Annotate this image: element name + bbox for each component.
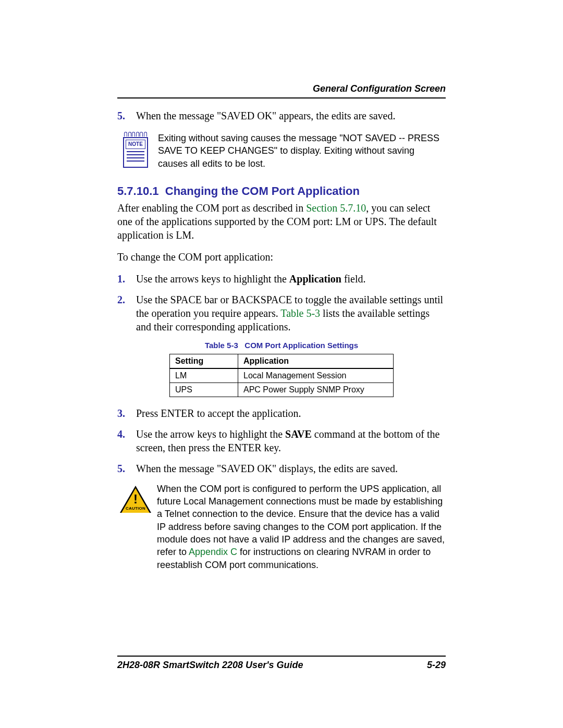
- intro-paragraph: After enabling the COM port as described…: [117, 201, 446, 242]
- cell-application: APC Power Supply SNMP Proxy: [238, 382, 394, 397]
- step-text: Use the SPACE bar or BACKSPACE to toggle…: [136, 293, 446, 334]
- command-name: SAVE: [285, 428, 312, 440]
- step-text: Use the arrows keys to highlight the App…: [136, 272, 446, 286]
- step-number: 5.: [117, 109, 136, 122]
- step-text: Press ENTER to accept the application.: [136, 406, 446, 420]
- page: General Configuration Screen 5. When the…: [0, 0, 563, 623]
- section-number: 5.7.10.1: [117, 184, 159, 198]
- caution-block: ! CAUTION When the COM port is configure…: [117, 483, 446, 571]
- text: After enabling the COM port as described…: [117, 202, 306, 214]
- step-text: Use the arrow keys to highlight the SAVE…: [136, 427, 446, 454]
- note-label: NOTE: [126, 140, 145, 149]
- table-label: Table 5-3: [205, 341, 238, 350]
- list-item: 5. When the message "SAVED OK" displays,…: [117, 462, 446, 475]
- col-header-application: Application: [238, 354, 394, 368]
- caution-text: When the COM port is configured to perfo…: [154, 483, 446, 571]
- header-rule: [117, 97, 446, 98]
- list-item: 2. Use the SPACE bar or BACKSPACE to tog…: [117, 293, 446, 334]
- section-title: Changing the COM Port Application: [165, 184, 360, 198]
- step-number: 4.: [117, 427, 136, 454]
- list-item: 5. When the message "SAVED OK" appears, …: [117, 109, 446, 122]
- xref-link[interactable]: Section 5.7.10: [306, 202, 366, 214]
- continued-list: 5. When the message "SAVED OK" appears, …: [117, 109, 446, 122]
- list-item: 3. Press ENTER to accept the application…: [117, 406, 446, 420]
- step-text: When the message "SAVED OK" appears, the…: [136, 109, 446, 122]
- step-number: 1.: [117, 272, 136, 286]
- cell-setting: LM: [170, 368, 238, 383]
- step-number: 2.: [117, 293, 136, 334]
- table-row: UPS APC Power Supply SNMP Proxy: [170, 382, 394, 397]
- xref-link[interactable]: Table 5-3: [280, 307, 320, 319]
- list-item: 1. Use the arrows keys to highlight the …: [117, 272, 446, 286]
- text: Use the arrows keys to highlight the: [136, 273, 289, 285]
- running-header: General Configuration Screen: [117, 83, 446, 94]
- page-number: 5-29: [427, 660, 446, 671]
- procedure-list-b: 3. Press ENTER to accept the application…: [117, 406, 446, 475]
- lead-paragraph: To change the COM port application:: [117, 250, 446, 264]
- step-text: When the message "SAVED OK" displays, th…: [136, 462, 446, 475]
- caution-icon: ! CAUTION: [117, 483, 154, 571]
- text: Use the arrow keys to highlight the: [136, 428, 285, 440]
- list-item: 4. Use the arrow keys to highlight the S…: [117, 427, 446, 454]
- section-heading: 5.7.10.1 Changing the COM Port Applicati…: [117, 184, 446, 198]
- footer-rule: [117, 656, 446, 657]
- note-block: NOTE Exiting without saving causes the m…: [117, 132, 446, 170]
- table-caption: Table 5-3 COM Port Application Settings: [117, 341, 446, 350]
- settings-table: Setting Application LM Local Management …: [169, 354, 394, 397]
- table-row: LM Local Management Session: [170, 368, 394, 383]
- table-header-row: Setting Application: [170, 354, 394, 368]
- xref-link[interactable]: Appendix C: [189, 547, 237, 557]
- page-footer: 2H28-08R SmartSwitch 2208 User's Guide 5…: [117, 651, 446, 671]
- exclamation-icon: !: [120, 491, 151, 508]
- note-text: Exiting without saving causes the messag…: [154, 132, 446, 170]
- cell-application: Local Management Session: [238, 368, 394, 383]
- note-icon: NOTE: [117, 132, 154, 170]
- table-title: COM Port Application Settings: [244, 341, 358, 350]
- step-number: 5.: [117, 462, 136, 475]
- cell-setting: UPS: [170, 382, 238, 397]
- text: field.: [341, 273, 366, 285]
- step-number: 3.: [117, 406, 136, 420]
- caution-label: CAUTION: [120, 506, 151, 512]
- footer-title: 2H28-08R SmartSwitch 2208 User's Guide: [117, 660, 303, 671]
- col-header-setting: Setting: [170, 354, 238, 368]
- procedure-list-a: 1. Use the arrows keys to highlight the …: [117, 272, 446, 334]
- field-name: Application: [289, 273, 341, 285]
